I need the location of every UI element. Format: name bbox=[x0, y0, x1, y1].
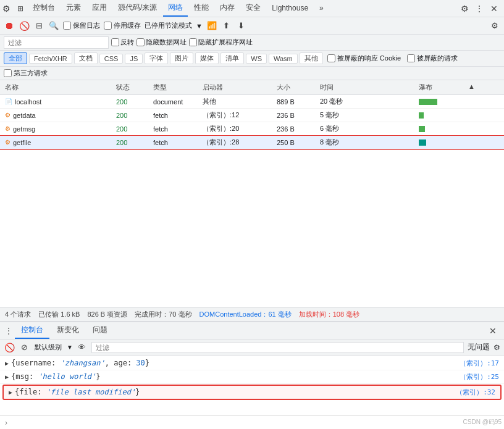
console-row[interactable]: ▶ {username: 'zhangsan', age: 30} （索引）:1… bbox=[0, 357, 504, 370]
main-tabs: 控制台 元素 应用 源代码/来源 网络 性能 内存 安全 Lighthouse … bbox=[28, 0, 329, 17]
header-time[interactable]: 时间 bbox=[315, 81, 414, 93]
console-settings-icon[interactable]: ⚙ bbox=[494, 343, 500, 352]
reverse-checkbox[interactable] bbox=[111, 38, 119, 46]
waterfall-bar bbox=[419, 112, 424, 119]
close-icon[interactable]: ✕ bbox=[487, 1, 502, 16]
table-body: 📄 localhost 200 document 其他 889 B 20 毫秒 … bbox=[0, 95, 504, 307]
panel-drag-handle[interactable]: ⋮ bbox=[4, 326, 14, 336]
console-eye-icon[interactable]: 👁 bbox=[77, 342, 88, 353]
cell-waterfall bbox=[414, 122, 463, 135]
wifi-icon[interactable]: 📶 bbox=[206, 20, 217, 31]
toolbar-settings-icon[interactable]: ⚙ bbox=[489, 20, 500, 31]
search-icon[interactable]: 🔍 bbox=[48, 20, 59, 31]
console-row[interactable]: ▶ {msg: 'hello world'} （索引）:25 bbox=[0, 370, 504, 384]
table-row[interactable]: ⚙ getfile 200 fetch （索引）:28 250 B 8 毫秒 bbox=[0, 136, 504, 149]
tab-lighthouse[interactable]: Lighthouse bbox=[267, 1, 313, 16]
header-status[interactable]: 状态 bbox=[111, 81, 148, 93]
type-btn-fetch-xhr[interactable]: Fetch/XHR bbox=[29, 54, 72, 64]
table-row[interactable]: ⚙ getmsg 200 fetch （索引）:20 236 B 6 毫秒 bbox=[0, 122, 504, 136]
cell-time: 8 毫秒 bbox=[315, 136, 414, 149]
layout-icon[interactable]: ⊞ bbox=[13, 1, 28, 16]
hide-ext-url-checkbox[interactable] bbox=[189, 38, 197, 46]
record-stop-icon[interactable]: ⏺ bbox=[4, 20, 15, 31]
upload-icon[interactable]: ⬆ bbox=[221, 20, 232, 31]
hide-ext-url-label[interactable]: 隐藏扩展程序网址 bbox=[189, 38, 253, 47]
header-waterfall[interactable]: 瀑布 bbox=[414, 81, 463, 93]
tab-sources[interactable]: 源代码/来源 bbox=[113, 0, 162, 17]
line-ref[interactable]: （索引）:32 bbox=[456, 388, 495, 397]
tab-network[interactable]: 网络 bbox=[163, 0, 188, 17]
tab-security[interactable]: 安全 bbox=[241, 0, 266, 17]
console-tab-console[interactable]: 控制台 bbox=[15, 322, 49, 339]
header-sort[interactable]: ▲ bbox=[463, 81, 482, 93]
fetch-icon: ⚙ bbox=[5, 139, 10, 146]
preserve-log-label[interactable]: 保留日志 bbox=[63, 21, 100, 30]
type-btn-ws[interactable]: WS bbox=[246, 54, 267, 64]
console-level-selector[interactable]: 默认级别 bbox=[33, 343, 63, 352]
expand-arrow-icon[interactable]: ▶ bbox=[9, 388, 12, 396]
header-type[interactable]: 类型 bbox=[148, 81, 198, 93]
type-btn-media[interactable]: 媒体 bbox=[195, 52, 219, 64]
transferred-size: 已传输 1.6 kB bbox=[38, 310, 80, 319]
console-tab-changes[interactable]: 新变化 bbox=[51, 322, 85, 339]
header-initiator[interactable]: 启动器 bbox=[198, 81, 272, 93]
tab-memory[interactable]: 内存 bbox=[215, 0, 240, 17]
tab-more[interactable]: » bbox=[314, 1, 329, 16]
tab-elements[interactable]: 元素 bbox=[61, 0, 86, 17]
third-party-checkbox[interactable] bbox=[4, 69, 12, 77]
more-icon[interactable]: ⋮ bbox=[472, 1, 487, 16]
dropdown-arrow[interactable]: ▼ bbox=[196, 22, 203, 30]
console-block-icon[interactable]: ⊘ bbox=[19, 342, 30, 353]
type-btn-wasm[interactable]: Wasm bbox=[269, 54, 298, 64]
filter-icon[interactable]: ⊟ bbox=[33, 20, 44, 31]
tab-console[interactable]: 控制台 bbox=[28, 0, 60, 17]
console-row-highlighted[interactable]: ▶ {file: 'file last modified'} （索引）:32 bbox=[2, 385, 502, 400]
blocked-cookie-checkbox[interactable] bbox=[327, 54, 335, 62]
settings-icon[interactable]: ⚙ bbox=[457, 1, 472, 16]
tab-application[interactable]: 应用 bbox=[87, 0, 112, 17]
blocked-request-label[interactable]: 被屏蔽的请求 bbox=[407, 54, 458, 63]
cell-status: 200 bbox=[111, 122, 148, 135]
disable-cache-checkbox[interactable] bbox=[104, 22, 112, 30]
preserve-log-checkbox[interactable] bbox=[63, 22, 71, 30]
reverse-label[interactable]: 反转 bbox=[111, 38, 134, 47]
clear-icon[interactable]: 🚫 bbox=[19, 20, 30, 31]
console-clear-icon[interactable]: 🚫 bbox=[4, 342, 15, 353]
hide-data-url-label[interactable]: 隐藏数据网址 bbox=[136, 38, 187, 47]
blocked-request-checkbox[interactable] bbox=[407, 54, 415, 62]
expand-arrow-icon[interactable]: ▶ bbox=[5, 372, 9, 380]
console-filter-input[interactable] bbox=[91, 342, 464, 353]
tab-performance[interactable]: 性能 bbox=[189, 0, 214, 17]
console-level-arrow[interactable]: ▼ bbox=[67, 344, 73, 351]
type-btn-image[interactable]: 图片 bbox=[170, 52, 193, 64]
line-ref[interactable]: （索引）:25 bbox=[460, 372, 499, 381]
cell-name: ⚙ getmsg bbox=[0, 122, 111, 135]
download-icon[interactable]: ⬇ bbox=[236, 20, 247, 31]
console-body: ▶ {username: 'zhangsan', age: 30} （索引）:1… bbox=[0, 356, 504, 415]
line-ref[interactable]: （索引）:17 bbox=[460, 359, 499, 368]
console-close-icon[interactable]: ✕ bbox=[485, 323, 500, 338]
cell-status: 200 bbox=[111, 109, 148, 122]
type-btn-css[interactable]: CSS bbox=[99, 54, 124, 64]
expand-arrow-icon[interactable]: ▶ bbox=[5, 359, 9, 367]
header-name[interactable]: 名称 bbox=[0, 81, 111, 93]
disable-cache-label[interactable]: 停用缓存 bbox=[104, 21, 141, 30]
console-object: {username: 'zhangsan', age: 30} bbox=[11, 359, 457, 367]
third-party-label[interactable]: 第三方请求 bbox=[4, 69, 48, 78]
cell-initiator: 其他 bbox=[198, 95, 272, 108]
cell-name: ⚙ getdata bbox=[0, 109, 111, 122]
type-btn-font[interactable]: 字体 bbox=[145, 52, 168, 64]
type-btn-manifest[interactable]: 清单 bbox=[220, 52, 244, 64]
type-btn-document[interactable]: 文档 bbox=[74, 52, 98, 64]
header-size[interactable]: 大小 bbox=[272, 81, 315, 93]
blocked-cookie-label[interactable]: 被屏蔽的响应 Cookie bbox=[327, 54, 401, 63]
type-btn-all[interactable]: 全部 bbox=[4, 52, 27, 64]
console-tab-issues[interactable]: 问题 bbox=[86, 322, 114, 339]
cell-time: 6 毫秒 bbox=[315, 122, 414, 135]
hide-data-url-checkbox[interactable] bbox=[136, 38, 145, 46]
filter-input[interactable] bbox=[4, 36, 109, 49]
table-row[interactable]: ⚙ getdata 200 fetch （索引）:12 236 B 5 毫秒 bbox=[0, 109, 504, 122]
table-row[interactable]: 📄 localhost 200 document 其他 889 B 20 毫秒 bbox=[0, 95, 504, 109]
type-btn-js[interactable]: JS bbox=[125, 54, 143, 64]
type-btn-other[interactable]: 其他 bbox=[300, 52, 323, 64]
